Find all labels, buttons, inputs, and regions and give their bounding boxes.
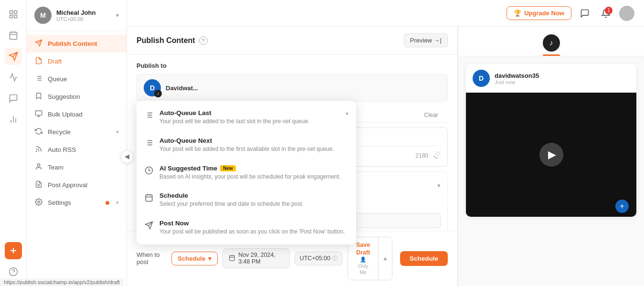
sidebar-item-settings[interactable]: Settings ▾: [27, 194, 127, 212]
timezone-value: UTC+05:00: [300, 255, 330, 262]
svg-rect-50: [146, 195, 152, 201]
preview-time: Just now: [495, 79, 539, 85]
magic-wand-icon[interactable]: [433, 151, 441, 160]
add-user-button[interactable]: +: [615, 200, 629, 213]
sidebar-item-label-rss: Auto RSS: [48, 146, 76, 153]
recycle-chevron-icon: ▾: [116, 129, 119, 135]
user-timezone: UTC+05:00: [56, 16, 111, 22]
account-row[interactable]: D ♪ Davidwat...: [137, 74, 448, 102]
account-name: Davidwat...: [166, 85, 198, 92]
dropdown-item-ai-suggested[interactable]: AI Suggested Time New Based on AI insigh…: [137, 159, 356, 187]
tiktok-platform-tab[interactable]: ♪: [535, 32, 568, 56]
preview-content: D davidwatson35 Just now ▶ +: [458, 56, 644, 286]
preview-card-header: D davidwatson35 Just now: [466, 64, 636, 93]
sidebar-item-label-recycle: Recycle: [48, 128, 71, 136]
tiktok-chevron-icon: ▾: [437, 182, 441, 189]
auto-queue-last-chevron-icon: ▾: [346, 110, 348, 117]
preview-button[interactable]: Preview →|: [404, 33, 448, 47]
user-info: Micheal John UTC+05:00: [56, 9, 111, 22]
svg-rect-1: [14, 11, 17, 14]
sidebar-item-label-post-approval: Post Approval: [48, 181, 87, 189]
bulk-upload-icon: [34, 110, 43, 119]
play-icon: ▶: [548, 148, 556, 161]
datetime-picker[interactable]: Nov 29, 2024, 3:48 PM: [222, 248, 290, 268]
post-now-icon: [144, 221, 154, 230]
url-bar: https://publish.socialchamp.io/app/v2/pu…: [0, 278, 124, 286]
sidebar-item-post-approval[interactable]: Post Approval: [27, 176, 127, 194]
sidebar-item-bulk-upload[interactable]: Bulk Upload: [27, 106, 127, 123]
schedule-select[interactable]: Schedule ▾: [171, 252, 218, 265]
ai-suggested-desc: Based on AI insights, your post will be …: [159, 173, 348, 181]
preview-avatar: D: [473, 70, 490, 87]
icon-bar-help[interactable]: [5, 263, 22, 280]
collapse-panel-button[interactable]: ◀: [120, 150, 134, 163]
sidebar-item-queue[interactable]: Queue: [27, 70, 127, 88]
sidebar-item-draft[interactable]: Draft: [27, 53, 127, 70]
svg-rect-2: [10, 15, 12, 18]
auto-queue-last-title: Auto-Queue Last: [159, 109, 340, 117]
auto-queue-next-icon: [144, 138, 154, 148]
sidebar-nav: Publish Content Draft Queue Suggestion: [27, 31, 127, 286]
page-title: Publish Content: [137, 36, 195, 45]
sidebar-item-team[interactable]: Team: [27, 159, 127, 176]
team-icon: [34, 163, 43, 172]
auto-queue-last-icon: [144, 110, 154, 120]
draft-icon: [34, 57, 43, 66]
schedule-option-title: Schedule: [159, 192, 348, 199]
icon-bar-comments[interactable]: [5, 90, 22, 107]
timezone-info-icon: ⓘ: [332, 255, 338, 262]
post-now-desc: Your post will be published as soon as y…: [159, 228, 348, 236]
sidebar-item-recycle[interactable]: Recycle ▾: [27, 123, 127, 141]
icon-bar-activity[interactable]: [5, 6, 22, 23]
sidebar-item-auto-rss[interactable]: Auto RSS: [27, 141, 127, 159]
icon-bar-calendar[interactable]: [5, 27, 22, 44]
auto-queue-last-desc: Your post will be added to the last slot…: [159, 117, 340, 126]
save-draft-dropdown-button[interactable]: ▲: [378, 237, 392, 280]
help-icon[interactable]: ?: [199, 36, 208, 45]
schedule-select-chevron-icon: ▾: [208, 255, 211, 262]
dropdown-item-post-now[interactable]: Post Now Your post will be published as …: [137, 214, 356, 242]
post-now-content: Post Now Your post will be published as …: [159, 220, 348, 236]
trophy-icon: 🏆: [514, 10, 521, 17]
preview-card: D davidwatson35 Just now ▶: [466, 64, 636, 217]
sidebar-user-header[interactable]: M Micheal John UTC+05:00 ▾: [27, 0, 127, 31]
dropdown-item-auto-queue-next[interactable]: Auto-Queue Next Your post will be added …: [137, 131, 356, 159]
sidebar-item-label-queue: Queue: [48, 75, 67, 83]
dropdown-item-auto-queue-last[interactable]: Auto-Queue Last Your post will be added …: [137, 104, 356, 131]
tiktok-platform-icon: ♪: [543, 34, 560, 52]
auto-queue-next-content: Auto-Queue Next Your post will be added …: [159, 137, 348, 153]
timezone-selector[interactable]: UTC+05:00 ⓘ: [295, 252, 343, 265]
when-to-post-label: When to post: [137, 251, 165, 265]
svg-rect-0: [10, 11, 12, 14]
sidebar-item-label-bulk: Bulk Upload: [48, 111, 83, 118]
svg-point-27: [37, 164, 40, 166]
icon-bar-analytics[interactable]: [5, 69, 22, 86]
messages-button[interactable]: [577, 6, 592, 21]
svg-rect-33: [230, 255, 235, 261]
char-count: 2180: [415, 152, 428, 159]
new-badge: New: [220, 165, 236, 171]
chevron-down-icon: ▾: [116, 12, 119, 19]
icon-bar-add[interactable]: [5, 242, 22, 259]
sidebar-item-suggestion[interactable]: Suggestion: [27, 88, 127, 106]
clear-button[interactable]: Clear: [424, 112, 438, 118]
auto-queue-next-title: Auto-Queue Next: [159, 137, 348, 144]
upgrade-button[interactable]: 🏆 Upgrade Now: [507, 6, 571, 20]
dropdown-item-schedule[interactable]: Schedule Select your preferred time and …: [137, 186, 356, 214]
schedule-select-label: Schedule: [178, 255, 205, 262]
preview-panel: ♪ D davidwatson35 Just now ▶: [458, 27, 644, 286]
notifications-button[interactable]: 1: [598, 6, 613, 21]
schedule-button[interactable]: Schedule: [400, 251, 448, 266]
user-avatar: M: [34, 7, 52, 24]
schedule-content: Schedule Select your preferred time and …: [159, 192, 348, 208]
icon-bar-publish[interactable]: [5, 48, 22, 65]
save-draft-label: Save Draft: [355, 241, 371, 257]
ai-suggested-content: AI Suggested Time New Based on AI insigh…: [159, 165, 348, 181]
rss-icon: [34, 145, 43, 154]
play-button[interactable]: ▶: [539, 143, 563, 167]
icon-bar-analytics2[interactable]: [5, 111, 22, 128]
sidebar-item-label-publish: Publish Content: [48, 40, 97, 47]
sidebar-item-publish[interactable]: Publish Content: [27, 35, 127, 53]
user-profile-button[interactable]: [619, 6, 634, 21]
preview-video: ▶: [466, 93, 636, 217]
